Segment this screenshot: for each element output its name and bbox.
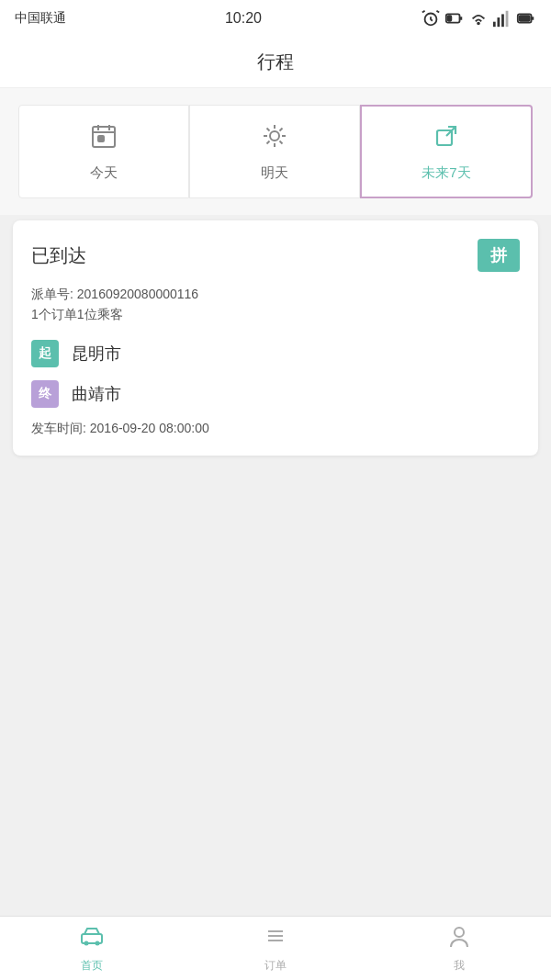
nav-orders-label: 订单 — [264, 958, 287, 974]
tab-today-label: 今天 — [90, 164, 118, 182]
sun-icon — [260, 121, 289, 157]
page-title: 行程 — [257, 51, 294, 72]
trip-card: 已到达 拼 派单号: 20160920080000116 1个订单1位乘客 起 … — [13, 220, 538, 456]
svg-line-23 — [267, 141, 270, 144]
wifi-icon — [468, 8, 489, 28]
trip-status: 已到达 — [31, 243, 86, 268]
tab-tomorrow-label: 明天 — [261, 164, 288, 182]
svg-rect-9 — [520, 16, 530, 21]
svg-point-27 — [84, 941, 89, 946]
card-header: 已到达 拼 — [31, 239, 520, 272]
svg-rect-4 — [493, 22, 496, 27]
departure-time-value: 2016-09-20 08:00:00 — [90, 421, 209, 435]
svg-point-28 — [96, 941, 100, 946]
trip-badge: 拼 — [478, 239, 520, 272]
departure-label: 发车时间: — [31, 421, 86, 435]
alarm-icon — [421, 8, 441, 28]
svg-line-22 — [280, 129, 283, 131]
status-icons — [421, 8, 536, 28]
content-area: 已到达 拼 派单号: 20160920080000116 1个订单1位乘客 起 … — [0, 215, 551, 916]
person-icon — [446, 923, 472, 954]
svg-rect-5 — [497, 17, 500, 27]
tab-week-label: 未来7天 — [422, 164, 470, 182]
start-route: 起 昆明市 — [31, 340, 520, 367]
list-icon — [263, 923, 288, 954]
tab-today[interactable]: 今天 — [18, 105, 189, 198]
departure-time: 发车时间: 2016-09-20 08:00:00 — [31, 421, 520, 437]
end-route: 终 曲靖市 — [31, 380, 520, 408]
signal-icon — [492, 8, 512, 28]
svg-point-15 — [270, 131, 279, 141]
order-id: 派单号: 20160920080000116 — [31, 287, 520, 303]
end-city: 曲靖市 — [72, 383, 121, 405]
svg-rect-2 — [448, 16, 452, 21]
nav-home-label: 首页 — [81, 958, 103, 974]
status-bar: 中国联通 10:20 — [0, 0, 551, 37]
svg-rect-7 — [506, 11, 509, 27]
battery-full-icon — [516, 8, 536, 28]
tab-tomorrow[interactable]: 明天 — [189, 105, 360, 198]
svg-line-20 — [267, 129, 270, 131]
svg-point-3 — [478, 23, 479, 25]
time-label: 10:20 — [225, 10, 262, 27]
battery-icon — [444, 8, 465, 28]
external-link-icon — [432, 121, 461, 157]
nav-home[interactable]: 首页 — [0, 917, 184, 980]
start-badge: 起 — [31, 340, 59, 367]
nav-orders[interactable]: 订单 — [184, 917, 367, 980]
car-icon — [79, 923, 105, 954]
svg-line-21 — [280, 141, 283, 144]
nav-profile[interactable]: 我 — [367, 917, 551, 980]
svg-point-32 — [455, 928, 464, 937]
start-city: 昆明市 — [72, 343, 121, 365]
carrier-label: 中国联通 — [15, 10, 66, 27]
passengers-info: 1个订单1位乘客 — [31, 307, 520, 323]
bottom-nav: 首页 订单 我 — [0, 916, 551, 980]
tab-week[interactable]: 未来7天 — [360, 105, 533, 198]
calendar-icon — [89, 121, 118, 157]
svg-rect-14 — [98, 136, 104, 141]
svg-rect-6 — [501, 14, 504, 27]
end-badge: 终 — [31, 380, 59, 408]
tab-selector: 今天 明天 未来7天 — [0, 88, 551, 215]
page-header: 行程 — [0, 37, 551, 88]
nav-profile-label: 我 — [454, 958, 465, 974]
